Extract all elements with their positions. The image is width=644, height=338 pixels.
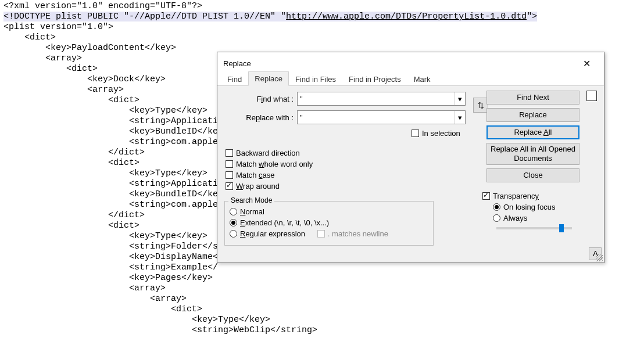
find-what-input[interactable] — [298, 92, 455, 105]
code-line[interactable]: <?xml version="1.0" encoding="UTF-8"?> — [3, 1, 641, 12]
regex-option[interactable]: Regular expression . matches newline — [230, 229, 428, 238]
wrap-label: Wrap around — [236, 182, 280, 190]
toggle-box[interactable] — [586, 91, 597, 101]
replace-with-input[interactable] — [298, 111, 455, 124]
code-line[interactable]: <dict> — [3, 33, 641, 43]
on-losing-option[interactable]: On losing focus — [493, 203, 579, 211]
in-selection-option[interactable]: In selection — [412, 129, 460, 138]
code-line[interactable]: <string>Example</ — [3, 263, 641, 273]
replace-button[interactable]: Replace — [486, 108, 579, 122]
slider-thumb[interactable] — [559, 224, 564, 232]
wrap-option[interactable]: Wrap around — [226, 182, 313, 190]
search-mode-legend: Search Mode — [228, 196, 274, 204]
transparency-option[interactable]: Transparency — [482, 192, 579, 200]
replace-all-button[interactable]: Replace All — [486, 125, 579, 139]
dialog-titlebar: Replace ✕ — [217, 52, 604, 71]
extended-option[interactable]: Extended (\n, \r, \t, \0, \x...) — [230, 218, 428, 227]
code-line[interactable]: <plist version="1.0"> — [3, 22, 641, 33]
code-line[interactable]: <!DOCTYPE plist PUBLIC "-//Apple//DTD PL… — [3, 12, 641, 22]
close-icon[interactable]: ✕ — [575, 58, 598, 69]
chevron-down-icon[interactable]: ▾ — [455, 92, 465, 105]
normal-radio[interactable] — [230, 208, 237, 215]
backward-checkbox[interactable] — [226, 149, 233, 157]
close-button[interactable]: Close — [486, 168, 579, 182]
matches-newline-label: . matches newline — [328, 229, 388, 238]
whole-word-option[interactable]: Match whole word only — [226, 160, 313, 168]
backward-label: Backward direction — [236, 149, 300, 157]
extended-radio[interactable] — [230, 219, 237, 226]
replace-with-combo[interactable]: ▾ — [297, 110, 466, 124]
tab-replace[interactable]: Replace — [248, 71, 289, 86]
normal-option[interactable]: Normal — [230, 207, 428, 216]
expand-button[interactable]: ᐱ — [589, 247, 602, 260]
in-selection-label: In selection — [422, 129, 460, 138]
code-line[interactable]: <key>Pages</key> — [3, 273, 641, 283]
search-mode-group: Search Mode Normal Extended (\n, \r, \t,… — [224, 201, 434, 246]
on-losing-label: On losing focus — [503, 203, 556, 211]
dialog-title: Replace — [223, 59, 251, 68]
chevron-down-icon[interactable]: ▾ — [455, 111, 465, 124]
always-label: Always — [503, 214, 527, 222]
whole-word-checkbox[interactable] — [226, 160, 233, 168]
match-case-label: Match case — [236, 171, 274, 179]
in-selection-checkbox[interactable] — [412, 130, 419, 137]
dialog-tabs: Find Replace Find in Files Find in Proje… — [217, 71, 604, 86]
find-what-combo[interactable]: ▾ — [297, 92, 466, 106]
extended-label: Extended (\n, \r, \t, \0, \x...) — [240, 218, 329, 227]
regex-label: Regular expression — [240, 229, 305, 238]
code-line[interactable]: <dict> — [3, 304, 641, 315]
replace-all-opened-button[interactable]: Replace All in All Opened Documents — [486, 143, 579, 165]
find-next-button[interactable]: Find Next — [486, 91, 579, 105]
replace-dialog: Replace ✕ Find Replace Find in Files Fin… — [217, 52, 604, 263]
tab-mark[interactable]: Mark — [407, 72, 437, 86]
replace-with-label: Replace with : — [224, 113, 297, 122]
code-line[interactable]: <array> — [3, 283, 641, 294]
code-line[interactable]: <string>WebClip</string> — [3, 325, 641, 336]
matches-newline-checkbox — [317, 230, 325, 238]
whole-word-label: Match whole word only — [236, 160, 313, 168]
tab-find[interactable]: Find — [221, 72, 248, 86]
always-radio[interactable] — [493, 214, 500, 222]
find-what-label: Find what : — [224, 95, 297, 103]
match-case-checkbox[interactable] — [226, 171, 233, 179]
transparency-label: Transparency — [493, 192, 539, 200]
always-option[interactable]: Always — [493, 214, 579, 222]
code-line[interactable]: <key>Type</key> — [3, 315, 641, 325]
tab-find-in-projects[interactable]: Find in Projects — [342, 72, 407, 86]
tab-find-in-files[interactable]: Find in Files — [289, 72, 342, 86]
normal-label: Normal — [240, 207, 264, 216]
transparency-checkbox[interactable] — [482, 192, 490, 200]
code-line[interactable]: <array> — [3, 294, 641, 304]
on-losing-radio[interactable] — [493, 203, 500, 211]
regex-radio[interactable] — [230, 230, 237, 238]
match-case-option[interactable]: Match case — [226, 171, 313, 179]
wrap-checkbox[interactable] — [226, 182, 233, 190]
transparency-group: Transparency On losing focus Always — [482, 192, 579, 229]
transparency-slider[interactable] — [496, 227, 572, 229]
backward-option[interactable]: Backward direction — [226, 149, 313, 157]
